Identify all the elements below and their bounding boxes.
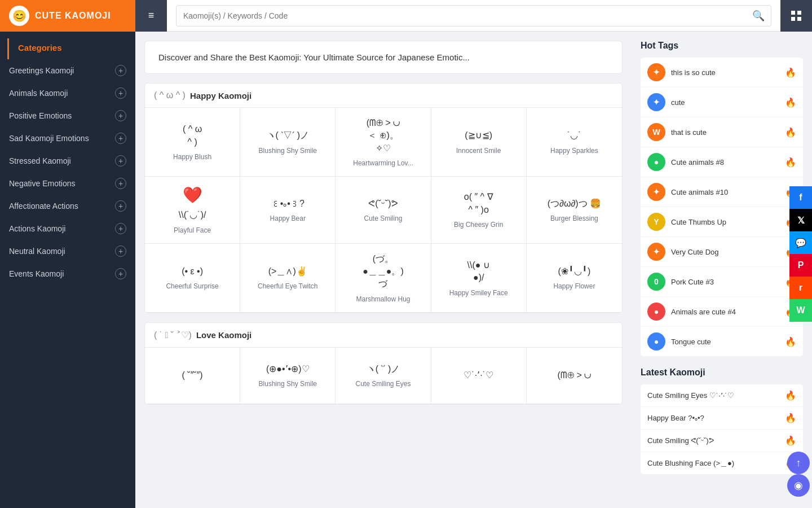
sidebar-item-stressed[interactable]: Stressed Kaomoji +: [0, 150, 135, 172]
scroll-up-button[interactable]: ↑: [787, 452, 810, 474]
sidebar-item-sad[interactable]: Sad Kaomoji Emotions +: [0, 127, 135, 150]
hot-tag-item[interactable]: ✦ cute 🔥: [641, 87, 803, 117]
sidebar-item-greetings[interactable]: Greetings Kaomoji +: [0, 59, 135, 82]
latest-item[interactable]: Cute Smiling ᕙ(˘ᵕ˘)ᕗ 🔥: [641, 430, 803, 452]
sidebar-title: Categories: [7, 38, 135, 59]
sidebar-add-icon[interactable]: +: [115, 246, 126, 257]
main-layout: Categories Greetings Kaomoji + Animals K…: [0, 32, 812, 508]
sidebar-add-icon[interactable]: +: [115, 200, 126, 212]
tag-avatar: W: [647, 123, 665, 141]
kaomoji-cell-blushing[interactable]: ヽ( ˋ▽ˊ )ノ Blushing Shy Smile: [240, 108, 336, 177]
kaomoji-char: ( ^ ω^ ): [183, 123, 202, 148]
sidebar-add-icon[interactable]: +: [115, 155, 126, 167]
kaomoji-label: Big Cheesy Grin: [454, 221, 503, 229]
kaomoji-char: (ᗰ⊕ > ∪: [558, 369, 592, 382]
svg-rect-1: [797, 11, 801, 15]
sidebar-item-label: Sad Kaomoji Emotions: [9, 134, 89, 143]
hot-tag-item[interactable]: ✦ Very Cute Dog 🔥: [641, 237, 803, 267]
kaomoji-char: (ᗰ⊕ > ∪＜ ⊕)。✧♡: [367, 117, 400, 155]
kaomoji-char: ヽ( ˋ▽ˊ )ノ: [267, 129, 310, 142]
tag-name: Pork Cute #3: [671, 278, 779, 286]
kaomoji-cell-heartwarming[interactable]: (ᗰ⊕ > ∪＜ ⊕)。✧♡ Heartwarming Lov...: [336, 108, 431, 177]
hot-tag-item[interactable]: W that is cute 🔥: [641, 117, 803, 147]
happy-section-header: ( ^ ω ^ ) Happy Kaomoji: [145, 84, 622, 108]
kaomoji-label: Cute Smiling: [364, 214, 402, 222]
reddit-share-button[interactable]: r: [789, 277, 812, 299]
kaomoji-emoji: ❤️: [183, 186, 202, 204]
content-area: Discover and Share the Best Kaomoji: You…: [135, 32, 632, 508]
hot-tag-item[interactable]: ● Animals are cute #4 🔥: [641, 297, 803, 327]
twitter-share-button[interactable]: 𝕏: [789, 209, 812, 231]
kaomoji-cell-sparkles[interactable]: ˙◡˙ Happy Sparkles: [527, 108, 622, 177]
messenger-share-button[interactable]: 💬: [789, 231, 812, 254]
kaomoji-char: (❀╹◡╹): [558, 265, 591, 278]
scroll-chat-button[interactable]: ◉: [787, 474, 810, 497]
user-button[interactable]: [780, 0, 812, 32]
sidebar-add-icon[interactable]: +: [115, 178, 126, 189]
hot-tag-item[interactable]: 0 Pork Cute #3 🔥: [641, 267, 803, 297]
fire-icon: 🔥: [785, 127, 796, 138]
sidebar-add-icon[interactable]: +: [115, 87, 126, 99]
sidebar-add-icon[interactable]: +: [115, 65, 126, 76]
kaomoji-char: ˙◡˙: [567, 129, 581, 142]
latest-item[interactable]: Cute Blushing Face (>＿●) 🔥: [641, 452, 803, 474]
sidebar-item-label: Greetings Kaomoji: [9, 66, 74, 75]
svg-rect-2: [791, 17, 795, 21]
kaomoji-cell-cheesy[interactable]: ο( ″ ^ ∇^ ″ )ο Big Cheesy Grin: [431, 177, 527, 243]
latest-item-label: Cute Smiling ᕙ(˘ᵕ˘)ᕗ: [647, 436, 714, 445]
pinterest-share-button[interactable]: P: [789, 254, 812, 277]
kaomoji-cell-cheerful-surprise[interactable]: (• ε •) Cheerful Surprise: [145, 244, 240, 313]
kaomoji-cell-eye-twitch[interactable]: (>＿∧)✌ Cheerful Eye Twitch: [240, 244, 336, 313]
sidebar-add-icon[interactable]: +: [115, 268, 126, 279]
fire-icon: 🔥: [785, 390, 796, 401]
kaomoji-cell-smiley[interactable]: \\(● ∪ ●)/ Happy Smiley Face: [431, 244, 527, 313]
kaomoji-cell-love-1[interactable]: ( ˘″˘″): [145, 348, 240, 404]
sidebar-item-affectionate[interactable]: Affectionate Actions +: [0, 195, 135, 217]
sidebar-item-negative[interactable]: Negative Emotions +: [0, 172, 135, 195]
facebook-share-button[interactable]: f: [789, 186, 812, 209]
kaomoji-label: Happy Bear: [270, 214, 306, 222]
search-button[interactable]: 🔍: [752, 10, 765, 22]
kaomoji-cell-love-5[interactable]: (ᗰ⊕ > ∪: [527, 348, 622, 404]
kaomoji-cell-playful[interactable]: ❤️ \\(˙◡˙)/ Playful Face: [145, 177, 240, 243]
kaomoji-cell-love-3[interactable]: ヽ( ˋˊ )ノ Cute Smiling Eyes: [336, 348, 431, 404]
kaomoji-cell-love-4[interactable]: ♡˙·ʼ·˙♡: [431, 348, 527, 404]
kaomoji-cell-innocent[interactable]: (≧∪≦) Innocent Smile: [431, 108, 527, 177]
sidebar-add-icon[interactable]: +: [115, 223, 126, 234]
kaomoji-label: Playful Face: [174, 226, 211, 234]
kaomoji-cell-bear[interactable]: ꒰•ₒ•꒱? Happy Bear: [240, 177, 336, 243]
tag-avatar: ✦: [647, 183, 665, 201]
logo-text: CUTE KAOMOJI: [35, 11, 111, 21]
hot-tag-item[interactable]: ● Tongue cute 🔥: [641, 327, 803, 356]
kaomoji-cell-marshmallow[interactable]: (づ。●︎＿＿●︎。)づ Marshmallow Hug: [336, 244, 431, 313]
tag-name: Animals are cute #4: [671, 308, 779, 316]
kaomoji-cell-happy-blush[interactable]: ( ^ ω^ ) Happy Blush: [145, 108, 240, 177]
sidebar-item-positive[interactable]: Positive Emotions +: [0, 104, 135, 127]
sidebar-item-animals[interactable]: Animals Kaomoji +: [0, 82, 135, 104]
sidebar-item-events[interactable]: Events Kaomoji +: [0, 262, 135, 285]
filter-button[interactable]: ≡: [135, 0, 167, 32]
kaomoji-cell-love-2[interactable]: (⊕●•ʼ•⊕)♡ Blushing Shy Smile: [240, 348, 336, 404]
fire-icon: 🔥: [785, 435, 796, 446]
search-input[interactable]: [176, 5, 771, 27]
kaomoji-cell-flower[interactable]: (❀╹◡╹) Happy Flower: [527, 244, 622, 313]
sidebar-item-actions[interactable]: Actions Kaomoji +: [0, 217, 135, 240]
hot-tag-item[interactable]: ✦ Cute animals #10 🔥: [641, 177, 803, 207]
tag-avatar: ✦: [647, 63, 665, 81]
hero-text: Discover and Share the Best Kaomoji: You…: [158, 52, 470, 62]
tag-avatar: ✦: [647, 243, 665, 261]
tag-avatar: 0: [647, 273, 665, 291]
hot-tag-item[interactable]: ● Cute animals #8 🔥: [641, 147, 803, 177]
sidebar-add-icon[interactable]: +: [115, 110, 126, 121]
latest-item[interactable]: Cute Smiling Eyes ♡˙·ʼ·˙♡ 🔥: [641, 384, 803, 407]
hot-tag-item[interactable]: Y Cute Thumbs Up 🔥: [641, 207, 803, 237]
kaomoji-label: Cheerful Surprise: [166, 282, 218, 290]
kaomoji-cell-cute-smiling[interactable]: ᕙ(˘ᵕ˘)ᕗ Cute Smiling: [336, 177, 431, 243]
kaomoji-label: Heartwarming Lov...: [353, 159, 413, 167]
latest-item[interactable]: Happy Bear ?•ₒ•? 🔥: [641, 407, 803, 430]
hot-tag-item[interactable]: ✦ this is so cute 🔥: [641, 58, 803, 87]
sidebar-item-neutral[interactable]: Neutral Kaomoji +: [0, 240, 135, 262]
whatsapp-share-button[interactable]: W: [789, 299, 812, 322]
kaomoji-cell-burger[interactable]: (つ∂ω∂)つ 🍔 Burger Blessing: [527, 177, 622, 243]
sidebar-add-icon[interactable]: +: [115, 133, 126, 144]
